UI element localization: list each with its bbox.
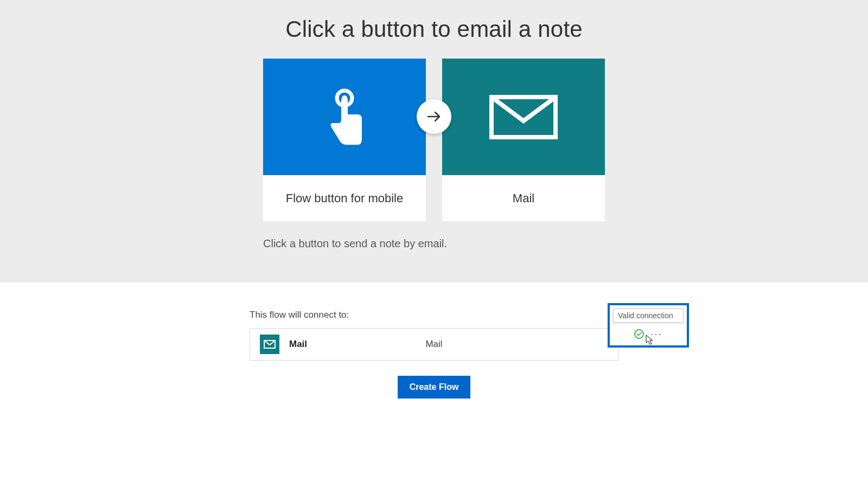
- cursor-icon: [646, 335, 654, 345]
- connection-section-label: This flow will connect to:: [250, 310, 618, 320]
- connection-block: This flow will connect to: Mail Mail Val…: [250, 310, 618, 399]
- check-circle-icon: [634, 329, 644, 339]
- flow-tiles-container: Flow button for mobile Mail: [263, 59, 605, 221]
- connection-status-callout: Valid connection ···: [608, 303, 689, 348]
- tile-flow-button-mobile-label: Flow button for mobile: [263, 175, 426, 221]
- touch-hand-icon: [317, 87, 372, 147]
- connection-service-name: Mail: [289, 339, 307, 350]
- tile-mail-label: Mail: [442, 175, 605, 221]
- flow-connection-region: This flow will connect to: Mail Mail Val…: [0, 282, 868, 399]
- mail-icon: [264, 340, 276, 349]
- flow-arrow-connector: [417, 99, 451, 134]
- connection-status-row: ···: [613, 327, 684, 339]
- create-flow-button[interactable]: Create Flow: [398, 376, 471, 399]
- page-title: Click a button to email a note: [0, 16, 868, 42]
- tile-mail-graphic: [442, 59, 605, 175]
- flow-description: Click a button to send a note by email.: [263, 237, 605, 250]
- connection-status-tooltip: Valid connection: [613, 309, 684, 323]
- tile-mail[interactable]: Mail: [442, 59, 605, 221]
- tile-flow-button-mobile[interactable]: Flow button for mobile: [263, 59, 426, 221]
- flow-template-header-region: Click a button to email a note Flow butt…: [0, 0, 868, 282]
- tile-flow-button-mobile-graphic: [263, 59, 426, 175]
- connection-service-type: Mail: [425, 339, 442, 350]
- connection-row-mail[interactable]: Mail Mail: [250, 328, 618, 361]
- connection-service-icon-box: [260, 335, 279, 354]
- arrow-right-icon: [426, 108, 442, 125]
- mail-icon: [488, 93, 559, 142]
